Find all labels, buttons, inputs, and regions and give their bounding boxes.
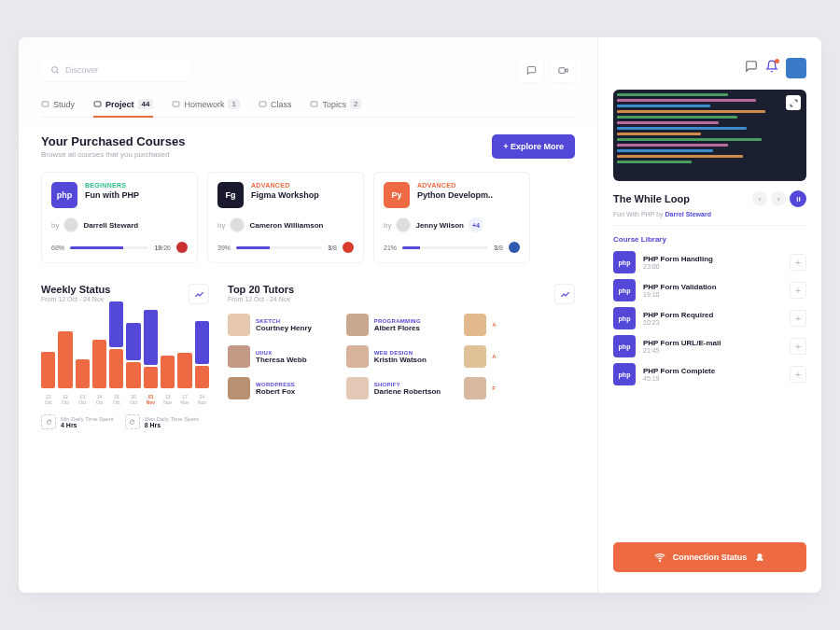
library-item[interactable]: php PHP Form Handling 23:00 + — [613, 251, 806, 273]
weekly-range: From 12 Oct - 24 Nov — [41, 296, 110, 302]
tutor-avatar — [464, 314, 486, 336]
wifi-icon — [654, 552, 665, 563]
tutor-category: WORDPRESS — [256, 382, 295, 387]
course-icon: Py — [384, 182, 410, 208]
next-button[interactable]: › — [771, 191, 786, 206]
author-link[interactable]: Darrel Steward — [665, 211, 711, 217]
tutor-category: F — [492, 385, 496, 391]
tutor-avatar — [228, 377, 250, 399]
search-placeholder: Discover — [65, 65, 98, 75]
chart-bar — [144, 310, 158, 388]
course-count: 3/8 — [328, 245, 337, 251]
video-button[interactable] — [551, 58, 575, 82]
tutor-card[interactable]: WEB DESIGN Kristin Watson — [346, 345, 457, 368]
user-avatar[interactable] — [786, 58, 806, 78]
tutor-card[interactable]: A — [464, 345, 575, 368]
tutor-card[interactable]: PROGRAMMING Albert Flores — [346, 314, 457, 336]
chart-bar — [58, 331, 72, 388]
min-time-stat: ⏱ Min Daily Time Spent4 Hrs — [41, 414, 114, 429]
chart-bar — [195, 321, 209, 388]
notification-button[interactable] — [765, 60, 778, 77]
tutor-card[interactable]: F — [464, 377, 575, 399]
svg-point-0 — [52, 67, 58, 73]
chart-bar — [76, 359, 90, 388]
clock-icon: ⏱ — [41, 414, 56, 429]
add-button[interactable]: + — [790, 366, 806, 383]
library-item[interactable]: php PHP Form Required 10:23 + — [613, 307, 806, 329]
x-label: 20Oct — [126, 394, 140, 405]
video-player[interactable] — [613, 90, 806, 181]
flag-icon — [343, 242, 354, 253]
svg-rect-8 — [312, 102, 318, 106]
x-label: 13Nov — [161, 394, 175, 405]
tutor-name: Robert Fox — [256, 387, 295, 396]
library-item[interactable]: php PHP Form Complete 45:19 + — [613, 363, 806, 385]
connection-status[interactable]: Connection Status — [613, 542, 806, 572]
tab-label: Study — [53, 100, 75, 109]
svg-rect-9 — [796, 197, 797, 202]
tutors-range: From 12 Oct - 24 Nov — [228, 296, 294, 302]
tab-class[interactable]: Class — [259, 99, 292, 117]
tutor-card[interactable]: A — [464, 314, 575, 336]
expand-button[interactable] — [786, 95, 801, 110]
tutor-card[interactable]: SHOPIFY Darlene Robertson — [346, 377, 457, 399]
course-count: 19/26 — [154, 245, 171, 251]
tab-badge: 2 — [350, 99, 361, 109]
search-icon — [50, 65, 60, 75]
tab-homework[interactable]: Homework 1 — [172, 99, 239, 117]
course-pct: 68% — [51, 245, 64, 251]
svg-point-11 — [659, 561, 660, 562]
lesson-time: 45:19 — [643, 375, 782, 382]
library-item[interactable]: php PHP Form URL/E-mail 21:45 + — [613, 335, 806, 357]
course-card[interactable]: Py ADVANCED Python Developm.. by Jenny W… — [373, 172, 530, 263]
x-label: 14Oct — [92, 394, 106, 405]
bell-icon — [765, 60, 778, 73]
chart-toggle-button[interactable] — [189, 284, 209, 304]
tab-project[interactable]: Project 44 — [93, 99, 153, 117]
purchased-subtitle: Browse all courses that you purchased — [41, 150, 185, 159]
lesson-time: 10:23 — [643, 319, 782, 326]
x-label: 17Nov — [177, 394, 191, 405]
add-button[interactable]: + — [790, 254, 806, 271]
tutor-name: Kristin Watson — [374, 356, 427, 364]
add-button[interactable]: + — [790, 338, 806, 355]
comment-button[interactable] — [745, 60, 758, 77]
tutor-avatar — [346, 345, 369, 368]
tutor-name: Courtney Henry — [256, 324, 312, 332]
tutor-card[interactable]: SKETCH Courtney Henry — [228, 314, 339, 336]
progress-bar — [402, 246, 488, 249]
tutors-toggle-button[interactable] — [554, 284, 575, 304]
add-button[interactable]: + — [790, 282, 806, 299]
tutor-card[interactable]: WORDPRESS Robert Fox — [228, 377, 339, 399]
code-preview — [613, 90, 806, 181]
pause-button[interactable] — [790, 190, 806, 207]
prev-button[interactable]: ‹ — [752, 191, 767, 206]
lesson-icon: php — [613, 279, 636, 301]
lesson-icon: php — [613, 363, 636, 385]
library-item[interactable]: php PHP Form Validation 19:10 + — [613, 279, 806, 301]
tab-badge: 1 — [228, 99, 239, 109]
by-label: by — [217, 221, 225, 230]
tab-study[interactable]: Study — [41, 99, 75, 117]
lesson-title: PHP Form Complete — [643, 367, 782, 375]
explore-button[interactable]: + Explore More — [492, 134, 575, 159]
tutor-category: A — [492, 322, 497, 328]
chart-bar — [41, 352, 55, 388]
course-title: Fun with PHP — [85, 190, 188, 200]
more-authors[interactable]: +4 — [469, 217, 483, 232]
course-card[interactable]: php BEGINNERS Fun with PHP by Darrell St… — [41, 172, 198, 263]
pause-icon — [795, 196, 802, 203]
x-label: 18Oct — [109, 394, 123, 405]
tutor-card[interactable]: UI/UX Theresa Webb — [228, 345, 339, 368]
tutor-avatar — [346, 314, 369, 336]
search-input[interactable]: Discover — [41, 59, 190, 81]
svg-line-1 — [57, 72, 59, 74]
course-card[interactable]: Fg ADVANCED Figma Workshop by Cameron Wi… — [207, 172, 364, 263]
tutor-avatar — [228, 314, 250, 336]
add-button[interactable]: + — [790, 310, 806, 327]
tutors-title: Top 20 Tutors — [228, 284, 294, 295]
lesson-time: 23:00 — [643, 263, 782, 270]
tab-topics[interactable]: Topics 2 — [310, 99, 361, 117]
message-button[interactable] — [519, 58, 543, 82]
chart-bar — [92, 340, 106, 389]
